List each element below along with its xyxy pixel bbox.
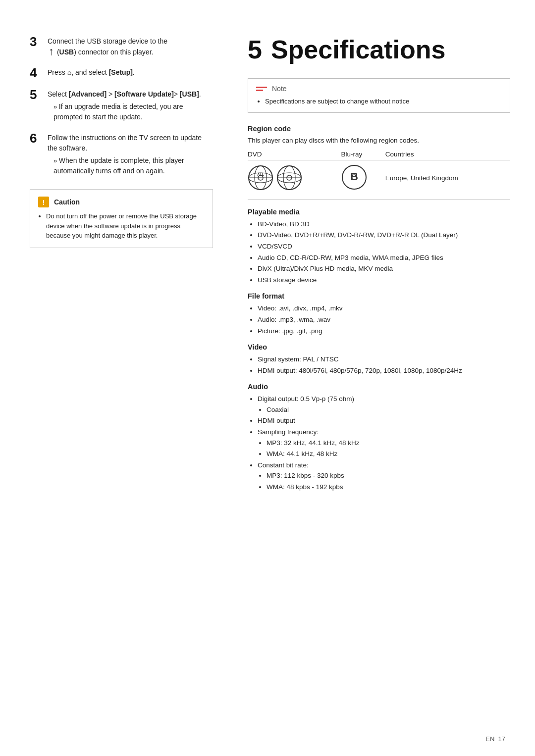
audio-item-1: HDMI output	[258, 415, 510, 426]
media-item-3: Audio CD, CD-R/CD-RW, MP3 media, WMA med…	[258, 252, 510, 263]
caution-icon: !	[38, 197, 49, 207]
file-format-item-2: Picture: .jpg, .gif, .png	[258, 326, 510, 337]
region-table-row: ALL	[248, 160, 510, 196]
audio-sub-0-0: Coaxial	[267, 404, 510, 415]
region-code-description: This player can play discs with the foll…	[248, 136, 510, 146]
audio-sub-3-1: WMA: 48 kpbs - 192 kpbs	[267, 482, 510, 493]
step-5-sub-1: If an upgrade media is detected, you are…	[54, 101, 213, 122]
dvd-globe-icon	[276, 165, 302, 191]
audio-item-2: Sampling frequency: MP3: 32 kHz, 44.1 kH…	[258, 427, 510, 459]
countries-cell: Europe, United Kingdom	[385, 160, 510, 196]
left-column: 3 Connect the USB storage device to the …	[0, 20, 228, 738]
audio-item-3: Constant bit rate: MP3: 112 kbps - 320 k…	[258, 460, 510, 493]
note-label: Note	[272, 85, 287, 93]
step-3: 3 Connect the USB storage device to the …	[30, 35, 213, 58]
step-6-text: Follow the instructions on the TV screen…	[48, 134, 202, 152]
step-5-sublist: If an upgrade media is detected, you are…	[48, 101, 213, 122]
note-item-1: Specifications are subject to change wit…	[265, 97, 502, 106]
audio-sub-3-0: MP3: 112 kbps - 320 kpbs	[267, 470, 510, 481]
file-format-list: Video: .avi, .divx, .mp4, .mkv Audio: .m…	[248, 303, 510, 336]
svg-text:ALL: ALL	[257, 173, 264, 176]
step-5: 5 Select [Advanced] > [Software Update]>…	[30, 88, 213, 123]
step-number-6: 6	[30, 131, 48, 146]
playable-media-list: BD-Video, BD 3D DVD-Video, DVD+R/+RW, DV…	[248, 219, 510, 286]
footer-page: 17	[498, 735, 505, 743]
audio-section: Audio Digital output: 0.5 Vp-p (75 ohm) …	[248, 383, 510, 492]
caution-box: ! Caution Do not turn off the power or r…	[30, 189, 213, 248]
col-countries: Countries	[385, 151, 510, 160]
step-4-text: Press ⌂, and select [Setup].	[48, 68, 135, 76]
audio-item-0: Digital output: 0.5 Vp-p (75 ohm) Coaxia…	[258, 394, 510, 415]
note-header: Note	[256, 85, 502, 93]
audio-sub-2-1: WMA: 44.1 kHz, 48 kHz	[267, 449, 510, 459]
bluray-b-icon: B	[341, 164, 367, 190]
col-bluray: Blu-ray	[341, 151, 385, 160]
dvd-all-icon: ALL	[248, 165, 273, 191]
caution-item-1: Do not turn off the power or remove the …	[46, 211, 205, 241]
audio-sub-2-0: MP3: 32 kHz, 44.1 kHz, 48 kHz	[267, 438, 510, 449]
playable-media-section: Playable media BD-Video, BD 3D DVD-Video…	[248, 208, 510, 286]
right-column: 5 Specifications Note Specifications are…	[228, 20, 535, 738]
video-list: Signal system: PAL / NTSC HDMI output: 4…	[248, 354, 510, 376]
region-table: DVD Blu-ray Countries	[248, 151, 510, 196]
file-format-section: File format Video: .avi, .divx, .mp4, .m…	[248, 292, 510, 336]
step-number-4: 4	[30, 66, 48, 80]
note-line-2	[256, 90, 263, 91]
dvd-discs-cell: ALL	[248, 160, 341, 196]
region-code-section: Region code This player can play discs w…	[248, 125, 510, 200]
file-format-title: File format	[248, 292, 510, 300]
chapter-title: 5 Specifications	[248, 35, 510, 64]
caution-body: Do not turn off the power or remove the …	[38, 211, 205, 241]
video-item-1: HDMI output: 480i/576i, 480p/576p, 720p,…	[258, 365, 510, 376]
note-box: Note Specifications are subject to chang…	[248, 78, 510, 113]
step-4-content: Press ⌂, and select [Setup].	[48, 66, 213, 78]
note-line-1	[256, 87, 267, 88]
audio-list: Digital output: 0.5 Vp-p (75 ohm) Coaxia…	[248, 394, 510, 492]
video-section: Video Signal system: PAL / NTSC HDMI out…	[248, 343, 510, 376]
step-6: 6 Follow the instructions on the TV scre…	[30, 131, 213, 177]
footer: EN 17	[485, 735, 505, 743]
col-dvd: DVD	[248, 151, 341, 160]
caution-header: ! Caution	[38, 197, 205, 207]
step-4: 4 Press ⌂, and select [Setup].	[30, 66, 213, 80]
video-title: Video	[248, 343, 510, 351]
step-number-5: 5	[30, 88, 48, 102]
step-3-text: Connect the USB storage device to the ⭡ …	[48, 37, 167, 56]
media-item-2: VCD/SVCD	[258, 241, 510, 252]
media-item-1: DVD-Video, DVD+R/+RW, DVD-R/-RW, DVD+R/-…	[258, 230, 510, 241]
media-item-4: DivX (Ultra)/DivX Plus HD media, MKV med…	[258, 263, 510, 274]
note-lines-icon	[256, 87, 267, 91]
playable-media-title: Playable media	[248, 208, 510, 216]
svg-text:B: B	[350, 170, 358, 183]
media-item-0: BD-Video, BD 3D	[258, 219, 510, 230]
file-format-item-1: Audio: .mp3, .wma, .wav	[258, 314, 510, 325]
caution-label: Caution	[54, 198, 80, 206]
step-6-sub-1: When the update is complete, this player…	[54, 155, 213, 176]
step-6-sublist: When the update is complete, this player…	[48, 155, 213, 176]
region-code-title: Region code	[248, 125, 510, 133]
chapter-title-text: Specifications	[271, 35, 446, 64]
step-number-3: 3	[30, 35, 48, 49]
video-item-0: Signal system: PAL / NTSC	[258, 354, 510, 365]
footer-lang: EN	[485, 735, 494, 743]
step-5-content: Select [Advanced] > [Software Update]> […	[48, 88, 213, 123]
step-5-text: Select [Advanced] > [Software Update]> […	[48, 90, 201, 98]
bluray-disc-cell: B	[341, 160, 385, 196]
step-3-content: Connect the USB storage device to the ⭡ …	[48, 35, 213, 58]
step-6-content: Follow the instructions on the TV screen…	[48, 131, 213, 177]
note-body: Specifications are subject to change wit…	[256, 97, 502, 106]
file-format-item-0: Video: .avi, .divx, .mp4, .mkv	[258, 303, 510, 314]
region-divider	[248, 200, 510, 200]
audio-title: Audio	[248, 383, 510, 391]
media-item-5: USB storage device	[258, 275, 510, 286]
countries-text: Europe, United Kingdom	[385, 174, 458, 182]
chapter-number: 5	[248, 35, 262, 64]
